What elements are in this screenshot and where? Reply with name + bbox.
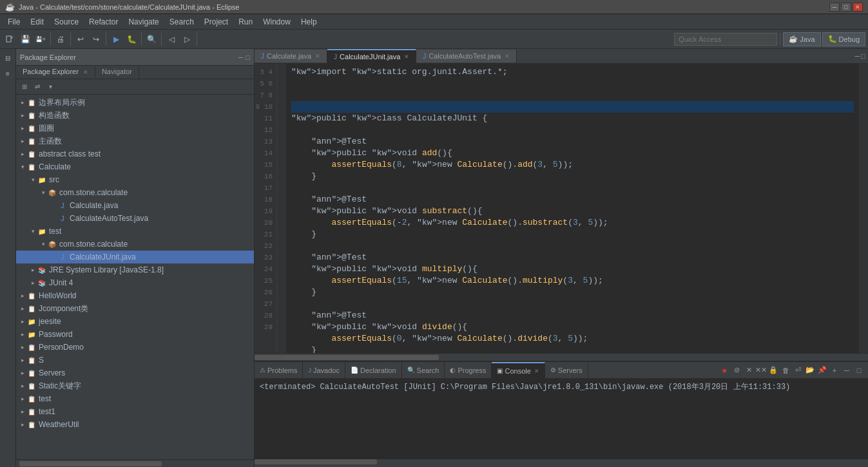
tab-calculatejunit-java-close[interactable]: ✕ (404, 53, 409, 60)
tree-item[interactable]: JCalculate.java (16, 199, 254, 212)
tree-toggle[interactable]: ▸ (19, 151, 26, 157)
tab-calculate-java-close[interactable]: ✕ (315, 53, 320, 59)
tab-console-close[interactable]: ✕ (534, 368, 539, 374)
tree-item[interactable]: ▾📦com.stone.calculate (16, 238, 254, 251)
tree-toggle[interactable]: ▸ (19, 421, 26, 428)
search-button[interactable]: 🔍 (144, 32, 159, 46)
tree-toggle[interactable]: ▸ (19, 292, 26, 299)
console-maximize-button[interactable]: □ (854, 365, 864, 376)
menu-search[interactable]: Search (164, 15, 199, 29)
console-minimize-button[interactable]: ─ (842, 365, 852, 376)
editor-minimize-button[interactable]: ─ (855, 52, 860, 60)
redo-button[interactable]: ↪ (89, 32, 103, 46)
pe-menu-button[interactable]: ▾ (44, 81, 56, 93)
tree-toggle[interactable]: ▸ (19, 396, 26, 402)
tree-toggle[interactable]: ▾ (39, 189, 47, 196)
tree-item[interactable]: ▾📋Calculate (16, 160, 254, 173)
tree-item[interactable]: ▸📋主函数 (16, 135, 254, 148)
tree-item[interactable]: ▸📋边界布局示例 (16, 96, 254, 109)
console-new-button[interactable]: + (829, 365, 840, 376)
tree-toggle[interactable]: ▸ (19, 383, 26, 389)
menu-refactor[interactable]: Refactor (84, 15, 123, 29)
menu-window[interactable]: Window (258, 15, 296, 29)
tree-item[interactable]: JCalculateJUnit.java (16, 251, 254, 263)
console-clear-button[interactable]: 🗑 (780, 365, 791, 376)
bottom-horizontal-scrollbar[interactable] (255, 459, 868, 467)
pe-minimize-button[interactable]: ─ (238, 53, 244, 61)
tree-item[interactable]: ▸📋圆圈 (16, 122, 254, 135)
tree-item[interactable]: ▸📋S (16, 354, 254, 367)
tree-item[interactable]: ▾📁src (16, 173, 254, 186)
left-icon-1[interactable]: ⊟ (1, 52, 14, 64)
tree-item[interactable]: ▸📋Servers (16, 367, 254, 379)
print-button[interactable]: 🖨 (53, 32, 68, 46)
tree-toggle[interactable]: ▸ (19, 305, 26, 312)
tab-console[interactable]: ▣ Console ✕ (492, 362, 545, 378)
tree-item[interactable]: ▸📁jeesite (16, 315, 254, 328)
next-button[interactable]: ▷ (180, 32, 194, 46)
close-button[interactable]: ✕ (853, 3, 863, 12)
tree-item[interactable]: ▸📋构造函数 (16, 109, 254, 122)
new-button[interactable] (3, 32, 17, 46)
tree-item[interactable]: ▸📋HelloWorld (16, 289, 254, 302)
tree-item[interactable]: ▸📁Password (16, 328, 254, 341)
tree-toggle[interactable]: ▾ (19, 164, 26, 170)
tab-problems[interactable]: ⚠ Problems (255, 362, 303, 378)
save-button[interactable]: 💾 (18, 32, 32, 46)
tree-item[interactable]: JCalculateAutoTest.java (16, 212, 254, 225)
tab-declaration[interactable]: 📄 Declaration (345, 362, 402, 378)
tab-progress[interactable]: ◐ Progress (445, 362, 492, 378)
maximize-button[interactable]: □ (841, 3, 851, 12)
tab-servers[interactable]: ⚙ Servers (545, 362, 588, 378)
tree-toggle[interactable]: ▸ (29, 267, 37, 273)
tree-toggle[interactable]: ▸ (19, 112, 26, 119)
left-icon-2[interactable]: ≡ (1, 67, 14, 80)
run-button[interactable]: ▶ (109, 32, 123, 46)
tree-item[interactable]: ▸📋test1 (16, 405, 254, 418)
tree-toggle[interactable]: ▸ (29, 280, 37, 286)
tree-toggle[interactable]: ▸ (19, 357, 26, 363)
save-all-button[interactable]: 💾+ (34, 32, 48, 46)
tree-item[interactable]: ▸📚JRE System Library [JavaSE-1.8] (16, 263, 254, 276)
tab-package-explorer-close[interactable]: ✕ (83, 69, 88, 75)
menu-project[interactable]: Project (199, 15, 233, 29)
console-pin-button[interactable]: 📌 (817, 365, 827, 376)
tab-search[interactable]: 🔍 Search (402, 362, 445, 378)
tab-calculate-java[interactable]: J Calculate.java ✕ (255, 50, 327, 62)
menu-navigate[interactable]: Navigate (123, 15, 164, 29)
tab-calculateautotest-java-close[interactable]: ✕ (505, 53, 510, 59)
minimize-button[interactable]: ─ (829, 3, 840, 12)
menu-source[interactable]: Source (49, 15, 84, 29)
tree-item[interactable]: ▸📋Static关键字 (16, 379, 254, 392)
tree-toggle[interactable]: ▸ (19, 125, 26, 131)
tree-toggle[interactable]: ▾ (39, 241, 47, 247)
pe-link-button[interactable]: ⇌ (32, 81, 43, 93)
pe-collapse-button[interactable]: ⊞ (19, 81, 30, 93)
package-explorer-tree[interactable]: ▸📋边界布局示例▸📋构造函数▸📋圆圈▸📋主函数▸📋abstract class … (16, 95, 254, 459)
tree-toggle[interactable]: ▾ (29, 228, 37, 234)
console-open-file-button[interactable]: 📂 (805, 365, 815, 376)
tree-item[interactable]: ▸📋PersonDemo (16, 341, 254, 354)
tree-toggle[interactable]: ▸ (19, 370, 26, 376)
tree-toggle[interactable]: ▸ (19, 318, 26, 325)
tab-calculateautotest-java[interactable]: J CalculateAutoTest.java ✕ (416, 50, 517, 62)
menu-edit[interactable]: Edit (25, 15, 49, 29)
debug-button[interactable]: 🐛 (124, 32, 139, 46)
quick-access-input[interactable] (674, 33, 777, 46)
tree-toggle[interactable]: ▸ (19, 344, 26, 350)
console-remove-all-button[interactable]: ✕✕ (756, 365, 766, 376)
editor-maximize-button[interactable]: □ (861, 52, 865, 60)
java-perspective-button[interactable]: ☕ Java (783, 32, 820, 46)
tree-toggle[interactable]: ▸ (19, 331, 26, 338)
tree-toggle[interactable]: ▸ (19, 408, 26, 415)
tree-toggle[interactable]: ▸ (19, 138, 26, 144)
console-word-wrap-button[interactable]: ⏎ (793, 365, 803, 376)
menu-run[interactable]: Run (233, 15, 258, 29)
debug-perspective-button[interactable]: 🐛 Debug (822, 32, 865, 46)
undo-button[interactable]: ↩ (73, 32, 88, 46)
console-remove-button[interactable]: ✕ (744, 365, 754, 376)
prev-button[interactable]: ◁ (164, 32, 178, 46)
tab-javadoc[interactable]: J Javadoc (303, 362, 345, 378)
console-scroll-lock-button[interactable]: 🔒 (768, 365, 778, 376)
tab-calculatejunit-java[interactable]: J CalculateJUnit.java ✕ (327, 49, 416, 63)
